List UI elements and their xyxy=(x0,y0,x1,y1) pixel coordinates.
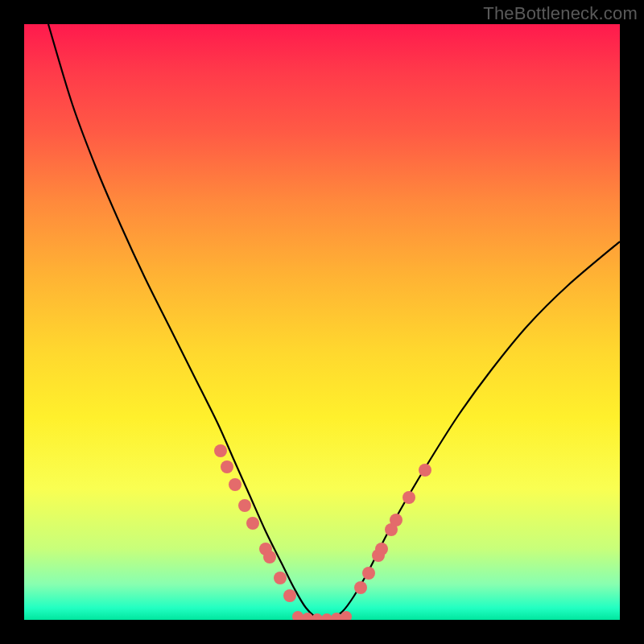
curve-marker xyxy=(238,499,251,512)
marker-group-right xyxy=(354,464,431,594)
curve-marker xyxy=(375,543,388,555)
chart-frame xyxy=(24,24,620,620)
curve-marker xyxy=(246,517,259,530)
curve-marker xyxy=(292,611,303,620)
curve-marker xyxy=(390,514,402,526)
curve-marker xyxy=(419,464,431,477)
curve-marker xyxy=(229,478,242,491)
marker-group-valley xyxy=(292,611,352,620)
curve-marker xyxy=(354,581,367,594)
watermark-text: TheBottleneck.com xyxy=(483,3,638,24)
curve-marker xyxy=(214,444,227,457)
curve-marker xyxy=(263,551,276,564)
curve-marker xyxy=(221,460,233,473)
bottleneck-curve xyxy=(48,24,620,619)
curve-marker xyxy=(274,572,287,584)
curve-marker xyxy=(283,589,296,602)
marker-group-left xyxy=(214,444,296,602)
bottleneck-curve-plot xyxy=(24,24,620,620)
curve-marker xyxy=(362,567,375,580)
curve-marker xyxy=(402,491,415,504)
curve-marker xyxy=(321,613,332,620)
